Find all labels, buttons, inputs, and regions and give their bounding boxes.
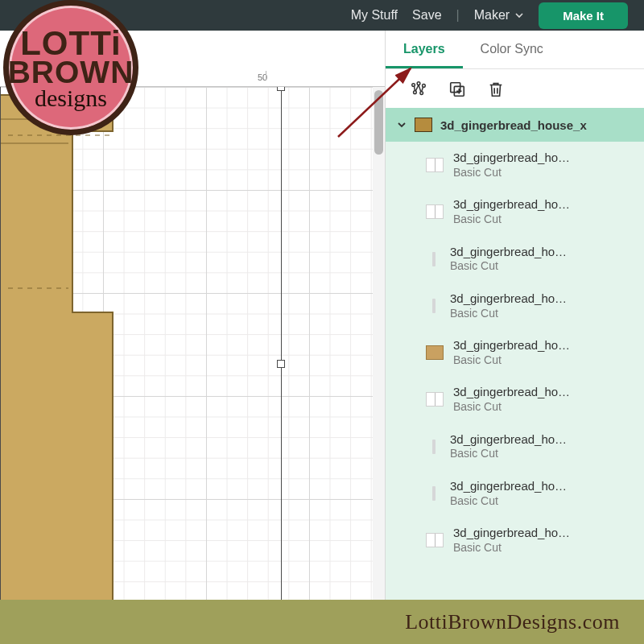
divider: | — [456, 8, 460, 23]
selection-box[interactable] — [0, 86, 282, 642]
layer-operation: Basic Cut — [450, 447, 567, 461]
tab-color-sync[interactable]: Color Sync — [463, 31, 561, 68]
svg-point-2 — [423, 85, 426, 88]
watermark-logo: LOTTi BROWN designs — [3, 0, 138, 135]
layer-operation: Basic Cut — [453, 400, 570, 415]
group-thumbnail — [415, 118, 432, 132]
my-stuff-link[interactable]: My Stuff — [351, 8, 398, 23]
layer-row[interactable]: 3d_gingerbread_ho…Basic Cut — [386, 188, 644, 235]
layer-row[interactable]: 3d_gingerbread_ho…Basic Cut — [386, 283, 644, 329]
layer-row[interactable]: 3d_gingerbread_ho…Basic Cut — [386, 423, 644, 470]
layer-operation: Basic Cut — [453, 353, 570, 368]
layer-row[interactable]: 3d_gingerbread_ho…Basic Cut — [386, 329, 644, 376]
make-it-button[interactable]: Make It — [539, 2, 628, 29]
layer-name: 3d_gingerbread_ho… — [453, 197, 570, 213]
layer-swatch — [432, 440, 436, 454]
watermark-footer: LottiBrownDesigns.com — [0, 600, 644, 644]
chevron-down-icon — [397, 120, 407, 130]
layer-swatch — [426, 392, 444, 407]
layer-row[interactable]: 3d_gingerbread_ho…Basic Cut — [386, 236, 644, 283]
layer-operation: Basic Cut — [453, 213, 570, 227]
layer-name: 3d_gingerbread_ho… — [453, 338, 570, 353]
layer-name: 3d_gingerbread_ho… — [453, 385, 570, 400]
layer-name: 3d_gingerbread_ho… — [450, 291, 567, 307]
layer-swatch — [426, 345, 444, 360]
layer-operation: Basic Cut — [453, 166, 570, 180]
layer-name: 3d_gingerbread_ho… — [450, 479, 567, 494]
save-button[interactable]: Save — [412, 8, 441, 23]
layer-operation: Basic Cut — [453, 541, 570, 555]
layer-name: 3d_gingerbread_ho… — [453, 151, 570, 166]
layer-swatch — [426, 158, 444, 172]
layer-swatch — [432, 486, 436, 501]
logo-line1: LOTTi — [20, 28, 122, 59]
duplicate-button[interactable] — [448, 80, 466, 98]
layer-operation: Basic Cut — [450, 259, 567, 274]
logo-line3: designs — [35, 85, 107, 112]
layers-panel: Layers Color Sync 3d_gingerbread_house_x… — [385, 31, 644, 644]
layer-row[interactable]: 3d_gingerbread_ho…Basic Cut — [386, 517, 644, 564]
layers-list: 3d_gingerbread_house_x 3d_gingerbread_ho… — [386, 108, 644, 644]
layer-row[interactable]: 3d_gingerbread_ho…Basic Cut — [386, 142, 644, 188]
svg-point-3 — [414, 91, 417, 94]
layer-swatch — [432, 252, 436, 266]
ungroup-icon — [410, 80, 427, 98]
layer-swatch — [426, 533, 444, 547]
group-name: 3d_gingerbread_house_x — [440, 118, 587, 132]
layer-name: 3d_gingerbread_ho… — [450, 245, 567, 260]
watermark-url: LottiBrownDesigns.com — [405, 610, 620, 634]
delete-button[interactable] — [487, 80, 505, 98]
ungroup-button[interactable] — [410, 80, 427, 98]
duplicate-icon — [448, 80, 466, 98]
layer-operation: Basic Cut — [450, 307, 567, 321]
canvas-scrollbar-vertical[interactable] — [373, 87, 385, 644]
layer-toolbar — [386, 69, 644, 108]
trash-icon — [487, 80, 505, 98]
layer-swatch — [432, 299, 436, 313]
svg-point-1 — [417, 82, 420, 85]
layer-row[interactable]: 3d_gingerbread_ho…Basic Cut — [386, 376, 644, 423]
svg-point-4 — [420, 92, 423, 95]
chevron-down-icon — [514, 10, 524, 20]
layer-group-row[interactable]: 3d_gingerbread_house_x — [386, 108, 644, 142]
layer-swatch — [426, 204, 444, 219]
layer-name: 3d_gingerbread_ho… — [453, 526, 570, 541]
machine-label: Maker — [474, 8, 510, 23]
layer-name: 3d_gingerbread_ho… — [450, 432, 567, 448]
panel-tabs: Layers Color Sync — [386, 31, 644, 69]
machine-dropdown[interactable]: Maker — [474, 8, 524, 23]
scrollbar-thumb[interactable] — [374, 90, 383, 155]
svg-point-0 — [412, 84, 415, 87]
layer-operation: Basic Cut — [450, 494, 567, 509]
resize-handle-e[interactable] — [277, 360, 285, 368]
layer-row[interactable]: 3d_gingerbread_ho…Basic Cut — [386, 470, 644, 517]
tab-layers[interactable]: Layers — [386, 31, 463, 68]
logo-line2: BROWN — [8, 58, 134, 86]
